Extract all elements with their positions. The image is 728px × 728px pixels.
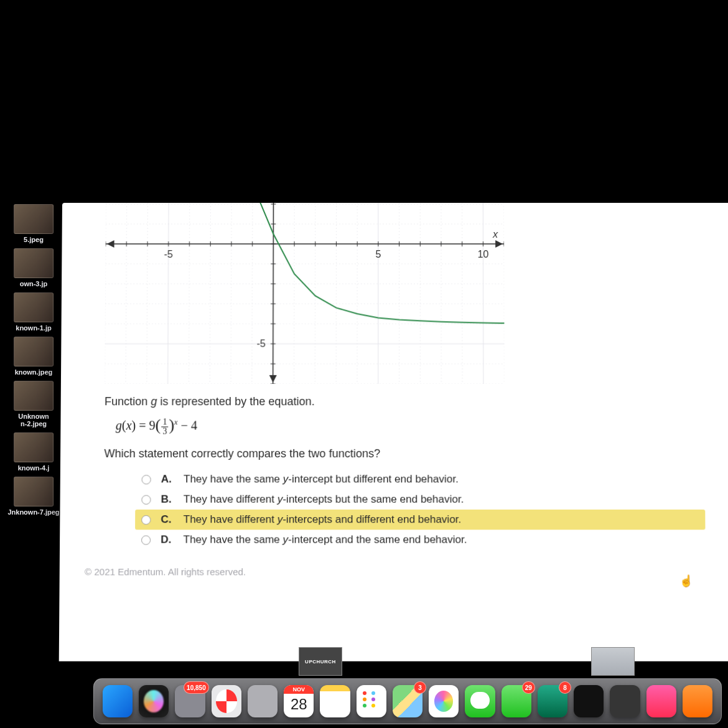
svg-marker-34 [107, 240, 114, 248]
facetime-icon[interactable]: 29 [502, 685, 531, 717]
svg-text:-5: -5 [164, 249, 172, 259]
svg-line-18 [483, 203, 483, 384]
svg-line-7 [252, 203, 253, 384]
svg-text:10: 10 [478, 249, 489, 259]
stonks-icon[interactable]: 8 [538, 685, 567, 717]
svg-line-3 [168, 203, 169, 384]
choice-c[interactable]: C. They have different y-intercepts and … [135, 510, 705, 530]
function-graph: -5510-5x [105, 203, 505, 384]
calendar-icon[interactable]: NOV28 [284, 685, 314, 717]
screenshot-icon[interactable] [248, 685, 278, 717]
svg-line-2 [147, 203, 148, 384]
svg-line-9 [294, 203, 295, 384]
reminders-icon[interactable] [357, 685, 386, 717]
maps-icon[interactable]: 3 [393, 685, 422, 717]
pointer-cursor-icon: ☝ [679, 574, 693, 587]
radio-icon[interactable] [141, 515, 151, 525]
quiz-window: -5510-5x Function g is represented by th… [59, 203, 728, 661]
svg-line-19 [504, 203, 505, 384]
thumbnail-upchurch[interactable]: UPCHURCH [299, 647, 342, 676]
question-prompt: Which statement correctly compares the t… [104, 447, 704, 460]
thumbnail-generic[interactable] [591, 647, 635, 676]
photos-icon[interactable] [429, 685, 459, 717]
finder-icon[interactable] [103, 685, 133, 717]
svg-text:5: 5 [375, 249, 381, 259]
question-intro: Function g is represented by the equatio… [105, 395, 704, 408]
svg-line-4 [189, 203, 189, 384]
launchpad-icon[interactable]: 10,850 [175, 685, 205, 717]
desktop-file[interactable]: 5.jpeg [2, 204, 65, 243]
desktop-file[interactable]: Jnknown-7.jpeg [2, 477, 65, 516]
notes-icon[interactable] [320, 685, 350, 717]
desktop-file[interactable]: known.jpeg [2, 337, 65, 376]
desktop-files-column: 5.jpeg own-3.jp known-1.jp known.jpeg Un… [0, 199, 68, 517]
radio-icon[interactable] [142, 475, 151, 484]
svg-line-32 [273, 203, 274, 384]
desktop-file[interactable]: own-3.jp [2, 248, 65, 287]
svg-line-0 [105, 203, 106, 384]
app-icon[interactable] [610, 685, 640, 717]
radio-icon[interactable] [141, 535, 151, 544]
svg-line-1 [126, 203, 127, 384]
music-icon[interactable] [646, 685, 676, 717]
svg-line-10 [315, 203, 315, 384]
choice-a[interactable]: A. They have the same y-intercept but di… [135, 469, 705, 489]
messages-icon[interactable] [465, 685, 495, 717]
svg-line-5 [210, 203, 210, 384]
siri-icon[interactable] [139, 685, 169, 717]
equation: g(x) = 9(13)x − 4 [116, 417, 705, 436]
safari-icon[interactable] [212, 685, 241, 717]
svg-marker-33 [495, 240, 503, 248]
books-icon[interactable] [683, 685, 712, 717]
svg-marker-35 [269, 375, 277, 383]
svg-line-6 [231, 203, 231, 384]
svg-text:x: x [492, 229, 498, 240]
stocks-icon[interactable] [574, 685, 604, 717]
desktop-file[interactable]: known-4.j [2, 432, 65, 472]
choice-b[interactable]: B. They have different y-intercepts but … [135, 490, 705, 510]
desktop-file[interactable]: Unknown n-2.jpeg [2, 381, 65, 427]
copyright: © 2021 Edmentum. All rights reserved. [85, 566, 706, 577]
choice-d[interactable]: D. They have the same y-intercept and th… [135, 530, 706, 549]
radio-icon[interactable] [141, 495, 151, 504]
graph-svg: -5510-5x [105, 203, 505, 384]
answer-list: A. They have the same y-intercept but di… [135, 469, 706, 550]
svg-text:-5: -5 [257, 338, 266, 348]
macos-dock: 10,850 NOV28 3 29 8 [93, 678, 722, 724]
desktop-file[interactable]: known-1.jp [2, 292, 65, 332]
